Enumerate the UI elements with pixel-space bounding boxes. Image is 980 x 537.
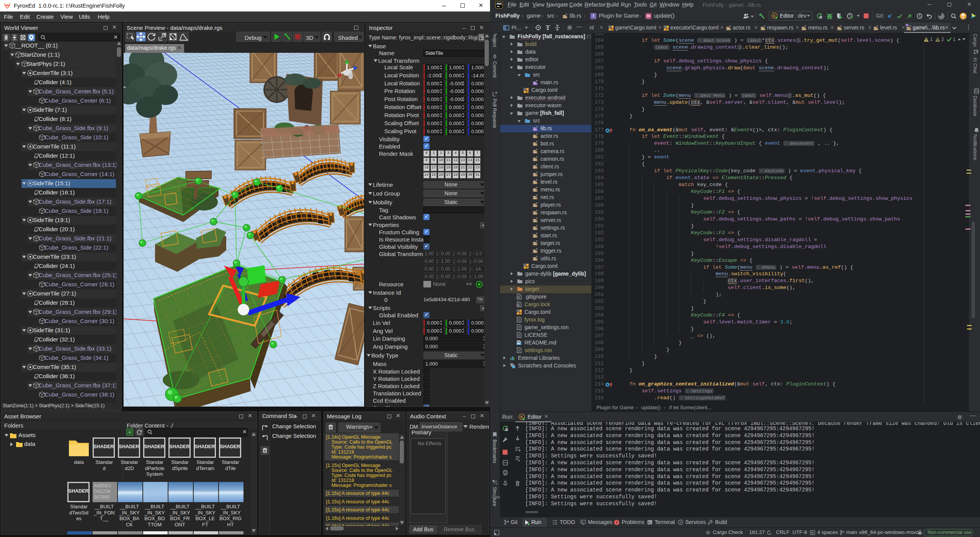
- svg-text:RS: RS: [534, 136, 537, 138]
- svg-text:RS: RS: [534, 220, 537, 222]
- svg-text:RS: RS: [534, 189, 537, 192]
- svg-text:RS: RS: [874, 28, 877, 30]
- svg-text:RS: RS: [534, 243, 537, 245]
- svg-text:RS: RS: [761, 28, 764, 30]
- svg-text:RS: RS: [534, 144, 537, 146]
- svg-text:RS: RS: [534, 83, 537, 85]
- svg-text:RS: RS: [534, 235, 537, 238]
- svg-text:RS: RS: [907, 28, 910, 30]
- svg-text:R: R: [520, 415, 523, 419]
- svg-text:RS: RS: [534, 159, 537, 161]
- svg-text:RS: RS: [534, 129, 537, 131]
- svg-text:RS: RS: [534, 166, 537, 169]
- svg-text:RS: RS: [534, 197, 537, 199]
- svg-text:RS: RS: [534, 258, 537, 261]
- svg-text:MD: MD: [517, 343, 521, 345]
- svg-text:RS: RS: [534, 228, 537, 230]
- svg-text:RS: RS: [534, 212, 537, 215]
- svg-text:RS: RS: [534, 174, 537, 176]
- svg-text:RS: RS: [534, 151, 537, 153]
- svg-text:RS: RS: [802, 28, 805, 30]
- svg-text:RS: RS: [534, 182, 537, 184]
- svg-text:RS: RS: [564, 16, 567, 18]
- svg-text:RS: RS: [534, 251, 537, 253]
- svg-text:RS: RS: [534, 205, 537, 207]
- svg-text:RS: RS: [727, 28, 730, 30]
- svg-text:RS: RS: [838, 28, 841, 30]
